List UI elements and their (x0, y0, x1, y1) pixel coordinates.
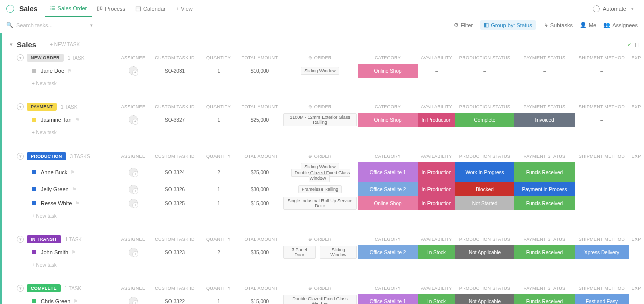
status-badge[interactable]: Funds Received (514, 196, 575, 210)
task-row[interactable]: Jasmine Tan ⚑ SO-3327 1 $25,000 1100M - … (6, 113, 644, 127)
flag-icon[interactable]: ⚑ (75, 117, 80, 123)
assignee-avatar[interactable] (129, 297, 138, 304)
status-badge[interactable]: Complete (455, 113, 514, 127)
chevron-down-icon[interactable]: ▾ (90, 23, 93, 28)
task-name[interactable]: Chris Green (41, 298, 70, 304)
task-name[interactable]: John Smith (41, 249, 68, 255)
status-pill[interactable]: COMPLETE (27, 284, 61, 292)
assignee-avatar[interactable] (129, 185, 138, 194)
order-tag[interactable]: 1100M - 12mm Exterior Glass Railing (283, 113, 357, 126)
task-row[interactable]: Resse White ⚑ SO-3325 1 $15,000 Single I… (6, 196, 644, 210)
task-name[interactable]: Jane Doe (41, 68, 64, 74)
status-badge[interactable]: Invoiced (514, 113, 575, 127)
status-pill[interactable]: PAYMENT (27, 103, 57, 111)
tab-calendar[interactable]: Calendar (130, 0, 171, 17)
task-row[interactable]: Anne Buck ⚑ SO-3324 2 $25,000 Sliding Wi… (6, 162, 644, 182)
me-button[interactable]: 👤Me (580, 22, 596, 28)
status-badge[interactable]: Online Shop (358, 64, 418, 78)
more-icon[interactable]: ⋯ (40, 41, 46, 48)
new-task-button[interactable]: + NEW TASK (50, 42, 80, 47)
assignee-cell[interactable] (117, 245, 150, 259)
collapse-toggle[interactable]: ▾ (17, 153, 24, 160)
status-badge[interactable]: In Production (418, 162, 455, 182)
new-task-row[interactable]: + New task (6, 210, 644, 221)
flag-icon[interactable]: ⚑ (70, 169, 75, 176)
status-badge[interactable]: Fast and Easy (575, 294, 629, 304)
collapse-toggle[interactable]: ▾ (17, 285, 24, 292)
task-name[interactable]: Resse White (41, 200, 72, 206)
groupby-button[interactable]: ◧Group by: Status (480, 20, 536, 30)
collapse-toggle[interactable]: ▾ (17, 236, 24, 243)
assignee-avatar[interactable] (129, 66, 138, 75)
status-pill[interactable]: PRODUCTION (27, 152, 66, 160)
task-name[interactable]: Jelly Green (41, 186, 69, 192)
status-badge[interactable]: In Stock (418, 294, 455, 304)
assignee-cell[interactable] (117, 64, 150, 78)
status-badge[interactable]: Funds Received (514, 294, 575, 304)
hide-label[interactable]: H (635, 42, 639, 48)
assignee-avatar[interactable] (129, 199, 138, 208)
order-tag[interactable]: 3 Panel Door (283, 246, 316, 259)
collapse-toggle[interactable]: ▾ (17, 54, 24, 61)
subtasks-button[interactable]: ↳Subtasks (544, 22, 573, 28)
task-name[interactable]: Anne Buck (41, 169, 67, 175)
status-badge[interactable]: In Stock (418, 245, 455, 259)
order-tag[interactable]: Sliding Window (320, 246, 357, 259)
task-row[interactable]: Jane Doe ⚑ SO-2031 1 $10,000 Sliding Win… (6, 64, 644, 78)
flag-icon[interactable]: ⚑ (71, 249, 76, 256)
status-badge[interactable]: Work In Progress (455, 162, 514, 182)
status-badge[interactable]: Xpress Delivery (575, 245, 629, 259)
task-name[interactable]: Jasmine Tan (41, 117, 72, 123)
status-badge[interactable]: Funds Received (514, 245, 575, 259)
status-badge[interactable]: Office Satellite 2 (358, 245, 418, 259)
task-row[interactable]: John Smith ⚑ SO-3323 2 $35,000 3 Panel D… (6, 245, 644, 259)
assignee-avatar[interactable] (129, 115, 138, 124)
status-badge[interactable]: Blocked (455, 182, 514, 196)
order-tag[interactable]: Double Glazed Fixed Glass Window (291, 169, 350, 182)
flag-icon[interactable]: ⚑ (73, 298, 78, 305)
status-badge[interactable]: Office Satellite 1 (358, 294, 418, 304)
assignee-avatar[interactable] (129, 168, 138, 177)
assignee-avatar[interactable] (129, 248, 138, 257)
assignee-cell[interactable] (117, 113, 150, 127)
new-task-row[interactable]: + New task (6, 127, 644, 138)
status-badge[interactable]: In Production (418, 113, 455, 127)
tab-process[interactable]: Process (92, 0, 130, 17)
filter-button[interactable]: ⚙Filter (454, 22, 473, 28)
order-tag[interactable]: Sliding Window (301, 67, 339, 75)
order-tag[interactable]: Frameless Railing (298, 185, 342, 193)
tab-sales-order[interactable]: Sales Order (45, 0, 92, 17)
status-badge[interactable]: Funds Received (514, 162, 575, 182)
add-view-button[interactable]: + View (171, 6, 198, 12)
task-row[interactable]: Jelly Green ⚑ SO-3326 1 $30,000 Frameles… (6, 182, 644, 196)
status-badge[interactable]: Office Satellite 2 (358, 182, 418, 196)
status-badge[interactable]: In Production (418, 182, 455, 196)
new-task-row[interactable]: + New task (6, 259, 644, 270)
status-pill[interactable]: IN TRANSIT (27, 235, 61, 243)
order-tag[interactable]: Single Industrial Roll Up Service Door (283, 197, 357, 210)
assignee-cell[interactable] (117, 162, 150, 182)
chevron-down-icon[interactable]: ▾ (10, 41, 13, 48)
new-task-row[interactable]: + New task (6, 78, 644, 89)
status-badge[interactable]: Online Shop (358, 113, 418, 127)
collapse-toggle[interactable]: ▾ (17, 103, 24, 110)
task-row[interactable]: Chris Green ⚑ SO-3322 1 $15,000 Double G… (6, 294, 644, 304)
assignees-button[interactable]: 👥Assignees (603, 22, 638, 28)
status-badge[interactable]: Not Applicable (455, 294, 514, 304)
status-badge[interactable]: Not Applicable (455, 245, 514, 259)
flag-icon[interactable]: ⚑ (72, 186, 77, 193)
order-tag[interactable]: Double Glazed Fixed Glass Window (283, 295, 357, 304)
status-pill[interactable]: NEW ORDER (27, 54, 64, 62)
status-badge[interactable]: Office Satellite 1 (358, 162, 418, 182)
status-badge[interactable]: Online Shop (358, 196, 418, 210)
flag-icon[interactable]: ⚑ (75, 200, 80, 207)
flag-icon[interactable]: ⚑ (67, 68, 72, 74)
search-input[interactable] (16, 22, 85, 28)
status-badge[interactable]: Payment in Process (514, 182, 575, 196)
assignee-cell[interactable] (117, 196, 150, 210)
home-icon[interactable] (6, 5, 14, 13)
assignee-cell[interactable] (117, 294, 150, 304)
assignee-cell[interactable] (117, 182, 150, 196)
status-badge[interactable]: In Production (418, 196, 455, 210)
status-badge[interactable]: Not Started (455, 196, 514, 210)
